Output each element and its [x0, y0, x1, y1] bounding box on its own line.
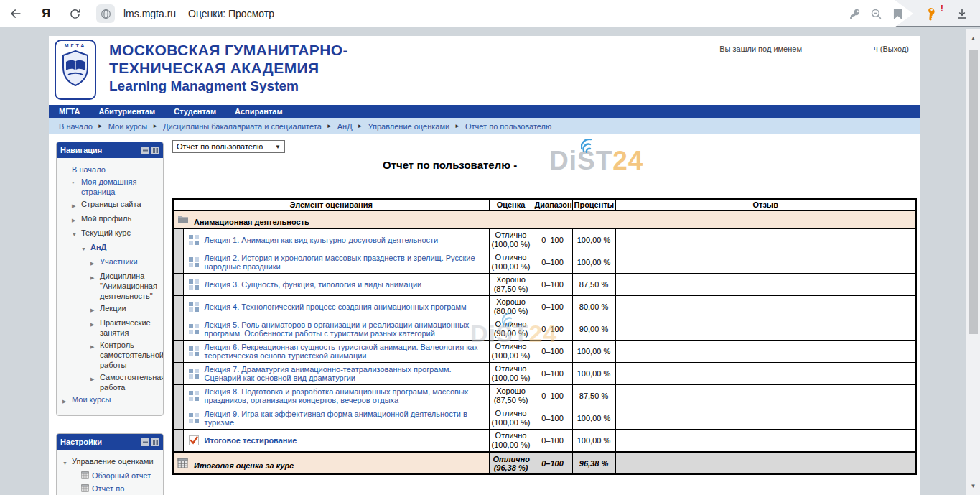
grade-item-link[interactable]: Лекция 1. Анимация как вид культурно-дос…	[205, 236, 439, 244]
grade-item-link[interactable]: Лекция 6. Рекреационная сущность туристс…	[205, 343, 485, 360]
feedback-cell	[615, 318, 916, 341]
report-type-value: Отчет по пользователю	[177, 142, 263, 151]
top-nav-item[interactable]: МГТА	[59, 107, 80, 116]
globe-icon	[96, 4, 115, 23]
collapse-block-icon[interactable]	[141, 438, 149, 446]
top-nav-item[interactable]: Аспирантам	[235, 107, 282, 116]
grade-item-link[interactable]: Лекция 9. Игра как эффективная форма ани…	[205, 410, 485, 427]
sidebar-item-label: Страницы сайта	[81, 199, 141, 209]
range-cell: 0–100	[533, 407, 572, 430]
chevron-right-icon[interactable]: ▶	[62, 394, 72, 407]
chevron-right-icon[interactable]: ▶	[90, 372, 100, 384]
collapse-block-icon[interactable]	[141, 147, 149, 154]
feedback-cell	[615, 453, 916, 475]
grade-cell: Отлично(100,00 %)	[489, 229, 533, 251]
chevron-down-icon[interactable]: ▼	[62, 456, 72, 468]
scroll-down-button[interactable]: ▼	[966, 478, 980, 494]
breadcrumb-link[interactable]: Отчет по пользователю	[465, 122, 551, 131]
grade-item-link[interactable]: Лекция 8. Подготовка и разработка анимац…	[205, 387, 485, 404]
chevron-right-icon[interactable]: ▶	[72, 199, 81, 211]
sidebar-item-label[interactable]: В начало	[72, 165, 106, 175]
indent-cell	[173, 251, 183, 274]
dock-block-icon[interactable]	[151, 147, 159, 154]
table-header-row: Элемент оценивания Оценка Диапазон Проце…	[173, 199, 916, 211]
breadcrumb-separator-icon: ►	[454, 123, 460, 129]
brand-line-1: МОСКОВСКАЯ ГУМАНИТАРНО-	[109, 41, 348, 59]
back-icon[interactable]	[6, 0, 26, 27]
grade-item-link[interactable]: Лекция 5. Роль аниматоров в организации …	[205, 320, 485, 338]
sidebar-item-label[interactable]: Участники	[100, 256, 138, 267]
grade-item-link[interactable]: Лекция 7. Драматургия анимационно-театра…	[205, 365, 485, 382]
scrollbar[interactable]: ▲ ▼	[966, 29, 980, 495]
category-label: Анимационная деятельность	[194, 218, 309, 226]
grade-item-link[interactable]: Лекция 2. История и хронология массовых …	[205, 254, 485, 271]
brand-line-2: ТЕХНИЧЕСКАЯ АКАДЕМИЯ	[109, 59, 348, 77]
breadcrumb-link[interactable]: Мои курсы	[108, 122, 147, 131]
grade-cell: Отлично(100,00 %)	[489, 430, 533, 453]
download-icon[interactable]	[952, 0, 972, 27]
breadcrumb-link[interactable]: В начало	[59, 122, 93, 131]
breadcrumb-separator-icon: ►	[152, 123, 158, 129]
percent-cell: 96,38 %	[572, 453, 615, 475]
bookmark-icon[interactable]	[887, 0, 907, 27]
sidebar-item: Отчет по пользователю	[60, 484, 161, 495]
feedback-cell	[615, 229, 916, 251]
sidebar-item-label[interactable]: Отчет по пользователю	[92, 484, 161, 495]
chevron-right-icon[interactable]: ▶	[90, 271, 100, 283]
lesson-icon	[188, 279, 200, 290]
total-title-cell: Итоговая оценка за курс	[173, 453, 489, 475]
lesson-icon	[188, 256, 200, 268]
sidebar-item-label[interactable]: АнД	[90, 242, 106, 252]
grade-cell: Отлично(100,00 %)	[489, 251, 533, 274]
breadcrumb-link[interactable]: АнД	[337, 122, 353, 131]
scrollbar-thumb[interactable]	[969, 50, 978, 334]
dist24-watermark: DiST24	[470, 320, 557, 348]
refresh-icon[interactable]	[65, 0, 85, 27]
breadcrumb-link[interactable]: Управление оценками	[368, 122, 450, 131]
column-header-item: Элемент оценивания	[173, 199, 489, 211]
sidebar-item: Обзорный отчет	[60, 471, 161, 481]
lesson-icon	[188, 346, 200, 357]
grade-item-link[interactable]: Итоговое тестирование	[205, 436, 297, 445]
chevron-down-icon[interactable]: ▼	[81, 242, 90, 254]
dock-block-icon[interactable]	[151, 438, 159, 446]
find-on-page-icon[interactable]	[866, 0, 886, 27]
range-cell: 0–100	[533, 296, 572, 318]
percent-cell: 100,00 %	[572, 251, 615, 274]
course-total-row: Итоговая оценка за курсОтлично(96,38 %)0…	[173, 453, 916, 475]
chevron-right-icon[interactable]: ▶	[90, 340, 100, 352]
logo-text: МГТА	[56, 43, 95, 48]
sidebar-item-label[interactable]: Мои курсы	[72, 394, 111, 404]
top-nav-item[interactable]: Абитуриентам	[98, 107, 155, 116]
report-type-select[interactable]: Отчет по пользователю ▼	[172, 140, 285, 153]
sidebar-item-label[interactable]: Обзорный отчет	[92, 471, 151, 481]
scroll-up-button[interactable]: ▲	[966, 30, 980, 46]
key-icon[interactable]	[844, 0, 864, 27]
grade-item-link[interactable]: Лекция 3. Сущность, функция, типология и…	[205, 280, 422, 289]
chevron-down-icon[interactable]: ▼	[72, 228, 81, 240]
lesson-icon	[188, 368, 200, 379]
logout-link[interactable]: ч (Выход)	[874, 45, 909, 53]
toggle-spacer	[72, 484, 81, 486]
yandex-icon[interactable]: Я	[36, 0, 56, 27]
sidebar-item: ▶Дисциплина "Анимационная деятельность"	[60, 271, 161, 301]
grade-item-link[interactable]: Лекция 4. Технологический процесс создан…	[205, 302, 467, 311]
item-cell: Лекция 6. Рекреационная сущность туристс…	[183, 341, 489, 363]
top-nav-item[interactable]: Студентам	[174, 107, 216, 116]
grade-cell: Хорошо(87,50 %)	[489, 274, 533, 296]
navigation-block: Навигация В начало▪Моя домашняя страница…	[56, 142, 164, 416]
breadcrumb: В начало►Мои курсы►Дисциплины бакалавриа…	[49, 118, 920, 134]
chevron-right-icon[interactable]: ▶	[90, 318, 100, 330]
chevron-right-icon[interactable]: ▶	[72, 213, 81, 226]
signal-arcs-icon	[502, 313, 523, 327]
url-text[interactable]: lms.mgta.ru	[123, 0, 176, 27]
chevron-right-icon[interactable]: ▶	[90, 303, 100, 315]
breadcrumb-link[interactable]: Дисциплины бакалавриата и специалитета	[163, 122, 322, 131]
settings-block-header: Настройки	[57, 434, 163, 450]
password-alert-icon[interactable]: !	[920, 0, 941, 27]
sidebar-item-label[interactable]: Моя домашняя страница	[81, 177, 161, 197]
chevron-right-icon[interactable]: ▶	[90, 256, 100, 269]
range-cell: 0–100	[533, 363, 572, 385]
range-cell: 0–100	[533, 430, 572, 453]
percent-cell: 100,00 %	[572, 341, 615, 363]
